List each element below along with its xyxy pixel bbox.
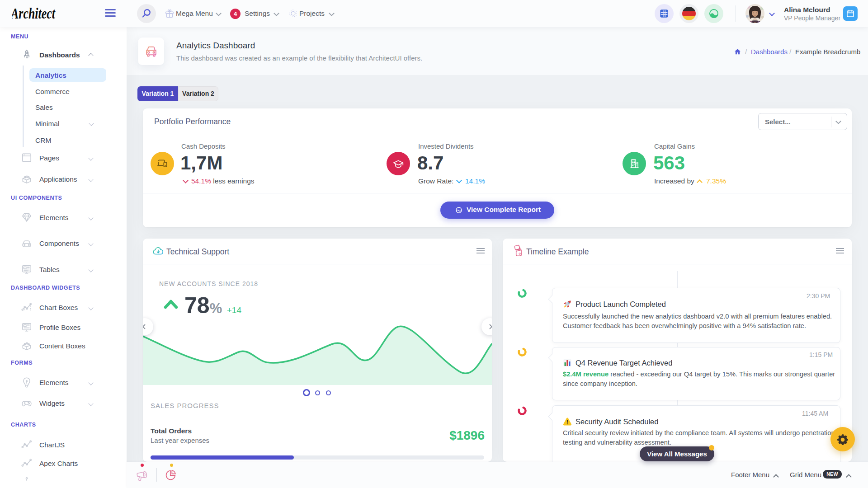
svg-text:Architect: Architect <box>12 6 56 21</box>
